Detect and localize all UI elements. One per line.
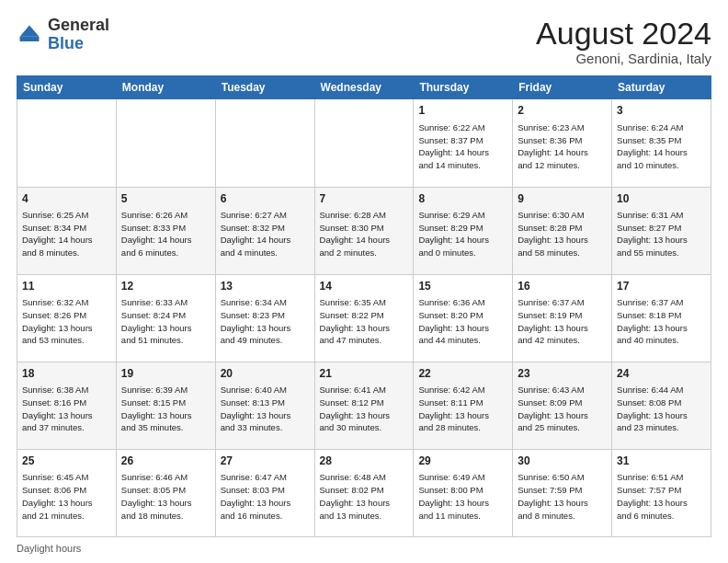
day-info: Sunrise: 6:37 AM Sunset: 8:18 PM Dayligh…	[617, 296, 706, 347]
day-info: Sunrise: 6:44 AM Sunset: 8:08 PM Dayligh…	[617, 384, 706, 434]
calendar-cell: 13Sunrise: 6:34 AM Sunset: 8:23 PM Dayli…	[215, 274, 314, 362]
calendar-cell: 22Sunrise: 6:42 AM Sunset: 8:11 PM Dayli…	[414, 362, 513, 449]
day-number: 8	[418, 191, 507, 207]
calendar-cell: 4Sunrise: 6:25 AM Sunset: 8:34 PM Daylig…	[17, 187, 117, 274]
weekday-header-cell: Thursday	[414, 76, 513, 99]
weekday-header-cell: Friday	[513, 76, 612, 99]
day-number: 29	[418, 454, 507, 469]
day-number: 1	[418, 103, 507, 119]
day-info: Sunrise: 6:33 AM Sunset: 8:24 PM Dayligh…	[121, 296, 210, 347]
calendar-cell: 23Sunrise: 6:43 AM Sunset: 8:09 PM Dayli…	[513, 362, 612, 449]
day-info: Sunrise: 6:40 AM Sunset: 8:13 PM Dayligh…	[221, 384, 310, 434]
calendar-cell: 29Sunrise: 6:49 AM Sunset: 8:00 PM Dayli…	[414, 449, 513, 536]
calendar-cell: 2Sunrise: 6:23 AM Sunset: 8:36 PM Daylig…	[513, 99, 612, 187]
day-info: Sunrise: 6:30 AM Sunset: 8:28 PM Dayligh…	[518, 209, 607, 259]
header: General Blue August 2024 Genoni, Sardini…	[17, 17, 711, 66]
calendar-cell: 24Sunrise: 6:44 AM Sunset: 8:08 PM Dayli…	[612, 362, 711, 449]
weekday-header-cell: Saturday	[612, 76, 711, 99]
svg-marker-0	[20, 25, 40, 36]
calendar-cell: 7Sunrise: 6:28 AM Sunset: 8:30 PM Daylig…	[314, 187, 414, 274]
calendar-cell: 20Sunrise: 6:40 AM Sunset: 8:13 PM Dayli…	[215, 362, 314, 449]
calendar-week-row: 1Sunrise: 6:22 AM Sunset: 8:37 PM Daylig…	[17, 99, 711, 187]
weekday-header-cell: Monday	[116, 76, 215, 99]
day-info: Sunrise: 6:43 AM Sunset: 8:09 PM Dayligh…	[518, 384, 607, 434]
day-number: 4	[22, 191, 111, 207]
day-number: 16	[518, 279, 607, 294]
day-number: 9	[518, 191, 607, 207]
calendar-cell: 10Sunrise: 6:31 AM Sunset: 8:27 PM Dayli…	[612, 187, 711, 274]
day-info: Sunrise: 6:27 AM Sunset: 8:32 PM Dayligh…	[221, 209, 310, 259]
day-number: 27	[221, 454, 310, 469]
day-number: 10	[617, 191, 706, 207]
day-number: 17	[617, 279, 706, 294]
day-number: 6	[221, 191, 310, 207]
page: General Blue August 2024 Genoni, Sardini…	[0, 0, 728, 563]
logo-general: General	[48, 16, 109, 34]
day-number: 19	[121, 366, 210, 382]
day-number: 13	[221, 279, 310, 294]
month-year: August 2024	[536, 17, 711, 51]
day-info: Sunrise: 6:29 AM Sunset: 8:29 PM Dayligh…	[418, 209, 507, 259]
calendar-cell	[116, 99, 215, 187]
day-number: 30	[518, 454, 607, 469]
day-info: Sunrise: 6:31 AM Sunset: 8:27 PM Dayligh…	[617, 209, 706, 259]
calendar-cell: 26Sunrise: 6:46 AM Sunset: 8:05 PM Dayli…	[116, 449, 215, 536]
weekday-header-row: SundayMondayTuesdayWednesdayThursdayFrid…	[17, 76, 711, 99]
calendar-cell: 21Sunrise: 6:41 AM Sunset: 8:12 PM Dayli…	[314, 362, 414, 449]
day-number: 12	[121, 279, 210, 294]
calendar-cell: 3Sunrise: 6:24 AM Sunset: 8:35 PM Daylig…	[612, 99, 711, 187]
day-info: Sunrise: 6:49 AM Sunset: 8:00 PM Dayligh…	[418, 471, 507, 522]
day-number: 20	[221, 366, 310, 382]
calendar-cell: 31Sunrise: 6:51 AM Sunset: 7:57 PM Dayli…	[612, 449, 711, 536]
day-info: Sunrise: 6:51 AM Sunset: 7:57 PM Dayligh…	[617, 471, 706, 522]
day-number: 28	[320, 454, 409, 469]
day-number: 7	[320, 191, 409, 207]
calendar-cell	[215, 99, 314, 187]
calendar-cell: 18Sunrise: 6:38 AM Sunset: 8:16 PM Dayli…	[17, 362, 117, 449]
calendar-cell: 5Sunrise: 6:26 AM Sunset: 8:33 PM Daylig…	[116, 187, 215, 274]
day-info: Sunrise: 6:39 AM Sunset: 8:15 PM Dayligh…	[121, 384, 210, 434]
calendar-cell	[17, 99, 117, 187]
weekday-header-cell: Sunday	[17, 76, 117, 99]
calendar-cell: 8Sunrise: 6:29 AM Sunset: 8:29 PM Daylig…	[414, 187, 513, 274]
day-number: 26	[121, 454, 210, 469]
calendar-cell: 12Sunrise: 6:33 AM Sunset: 8:24 PM Dayli…	[116, 274, 215, 362]
calendar-table: SundayMondayTuesdayWednesdayThursdayFrid…	[17, 75, 711, 537]
day-info: Sunrise: 6:22 AM Sunset: 8:37 PM Dayligh…	[418, 121, 507, 172]
calendar-cell: 14Sunrise: 6:35 AM Sunset: 8:22 PM Dayli…	[314, 274, 414, 362]
location: Genoni, Sardinia, Italy	[536, 51, 711, 66]
day-info: Sunrise: 6:41 AM Sunset: 8:12 PM Dayligh…	[320, 384, 409, 434]
calendar-cell: 9Sunrise: 6:30 AM Sunset: 8:28 PM Daylig…	[513, 187, 612, 274]
day-number: 31	[617, 454, 706, 469]
day-number: 11	[22, 279, 111, 294]
day-info: Sunrise: 6:45 AM Sunset: 8:06 PM Dayligh…	[22, 471, 111, 522]
day-info: Sunrise: 6:47 AM Sunset: 8:03 PM Dayligh…	[221, 471, 310, 522]
day-number: 18	[22, 366, 111, 382]
calendar-cell: 1Sunrise: 6:22 AM Sunset: 8:37 PM Daylig…	[414, 99, 513, 187]
calendar-cell: 25Sunrise: 6:45 AM Sunset: 8:06 PM Dayli…	[17, 449, 117, 536]
calendar-cell: 28Sunrise: 6:48 AM Sunset: 8:02 PM Dayli…	[314, 449, 414, 536]
footer: Daylight hours	[17, 543, 711, 554]
weekday-header-cell: Wednesday	[314, 76, 414, 99]
day-info: Sunrise: 6:34 AM Sunset: 8:23 PM Dayligh…	[221, 296, 310, 347]
day-info: Sunrise: 6:35 AM Sunset: 8:22 PM Dayligh…	[320, 296, 409, 347]
day-info: Sunrise: 6:48 AM Sunset: 8:02 PM Dayligh…	[320, 471, 409, 522]
day-info: Sunrise: 6:42 AM Sunset: 8:11 PM Dayligh…	[418, 384, 507, 434]
calendar-week-row: 18Sunrise: 6:38 AM Sunset: 8:16 PM Dayli…	[17, 362, 711, 449]
day-info: Sunrise: 6:32 AM Sunset: 8:26 PM Dayligh…	[22, 296, 111, 347]
calendar-cell: 15Sunrise: 6:36 AM Sunset: 8:20 PM Dayli…	[414, 274, 513, 362]
calendar-cell: 17Sunrise: 6:37 AM Sunset: 8:18 PM Dayli…	[612, 274, 711, 362]
day-info: Sunrise: 6:23 AM Sunset: 8:36 PM Dayligh…	[518, 121, 607, 172]
day-info: Sunrise: 6:50 AM Sunset: 7:59 PM Dayligh…	[518, 471, 607, 522]
logo: General Blue	[17, 17, 109, 53]
calendar-cell	[314, 99, 414, 187]
day-info: Sunrise: 6:38 AM Sunset: 8:16 PM Dayligh…	[22, 384, 111, 434]
calendar-body: 1Sunrise: 6:22 AM Sunset: 8:37 PM Daylig…	[17, 99, 711, 537]
calendar-cell: 6Sunrise: 6:27 AM Sunset: 8:32 PM Daylig…	[215, 187, 314, 274]
day-number: 23	[518, 366, 607, 382]
footer-label: Daylight hours	[17, 543, 81, 554]
svg-rect-1	[20, 37, 40, 41]
day-number: 3	[617, 103, 706, 119]
day-number: 14	[320, 279, 409, 294]
day-number: 24	[617, 366, 706, 382]
